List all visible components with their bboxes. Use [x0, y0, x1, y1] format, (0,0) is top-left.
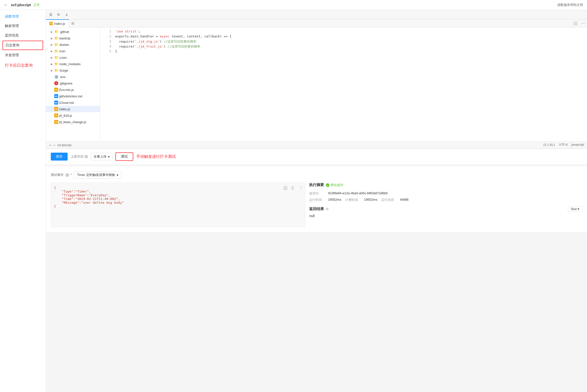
folder-icon: 📁 [54, 56, 58, 60]
return-result-title: 返回结果 [309, 207, 324, 211]
maximize-button[interactable]: ⬜ [571, 19, 579, 27]
select-chevron-icon: ▾ [117, 173, 118, 177]
file-tree-docker[interactable]: ▶ 📁 docker [46, 42, 100, 48]
save-button[interactable]: 保存 [51, 153, 68, 160]
test-section: 测试事件 i * Timer 定时触发器事件模板 ▾ ⬜ {} 《 [46, 166, 587, 232]
upload-info-icon: i [84, 155, 88, 158]
file-tree-jd-bean-change[interactable]: ▶ JS jd_bean_change.js [46, 119, 100, 125]
folder-icon: 📁 [54, 49, 58, 53]
main-layout: 函数管理 触发管理 监控信息 日志查询 并发管理 打卡后日志查询 ☰ ↻ ∧ [0, 10, 587, 392]
format-json-icon[interactable]: {} [290, 185, 295, 191]
billing-value: 19552ms [364, 198, 377, 202]
expand-panel-icon[interactable]: ⬜ [282, 185, 288, 191]
upload-select[interactable]: 全量上传 ▾ [91, 153, 112, 160]
test-input-json: { "Type":"Timer", "TriggerName":"EveryDa… [54, 186, 302, 208]
test-button[interactable]: 测试 [115, 152, 133, 161]
code-editor[interactable]: 1 'use strict'; 2 exports.main_handler =… [100, 28, 587, 142]
result-status: 测试成功 [326, 183, 343, 187]
file-tree-env[interactable]: ▶ ⚙️ .env [46, 74, 100, 80]
success-check-icon [326, 183, 329, 187]
file-tree-icon[interactable]: ☰ [48, 12, 54, 18]
memory-value: 64MB [400, 198, 408, 202]
tab-actions: ⬜ ⋯ [571, 19, 587, 27]
encoding: UTF-8 [559, 143, 568, 147]
result-header: 执行摘要 测试成功 [309, 182, 582, 187]
test-event-row: 测试事件 i * Timer 定时触发器事件模板 ▾ [51, 171, 582, 179]
upload-label: 上传方式 i [70, 154, 88, 159]
billing-label: 计费时间 [345, 198, 360, 202]
file-tree-env-min-js[interactable]: ▶ JS Env.min.js [46, 86, 100, 93]
format-select[interactable]: Text ▾ [568, 206, 582, 212]
folder-icon: 📁 [54, 30, 58, 34]
copy-icon[interactable]: ⧉ [326, 207, 328, 211]
tab-index-js[interactable]: JS index.js [46, 19, 69, 27]
js-icon: JS [54, 88, 58, 92]
select-arrow-icon: ▾ [108, 155, 110, 158]
sidebar-item-functions[interactable]: 函数管理 [0, 12, 45, 21]
required-star: * [70, 173, 72, 177]
env-icon: ⚙️ [54, 75, 58, 79]
sidebar-item-triggers[interactable]: 触发管理 [0, 21, 45, 31]
md-icon: MD [54, 100, 58, 104]
test-panels: ⬜ {} 《 { "Type":"Timer", "TriggerName":"… [51, 182, 582, 227]
more-button[interactable]: ⋯ [579, 19, 587, 27]
event-select[interactable]: Timer 定时触发器事件模板 ▾ [74, 171, 121, 179]
editor-toolbar: ☰ ↻ ∧ [46, 10, 587, 19]
file-tree-loon[interactable]: ▶ 📁 Loon [46, 54, 100, 61]
refresh-icon[interactable]: ↻ [56, 12, 62, 18]
test-event-label: 测试事件 i * [51, 173, 72, 177]
app-title: scf-jdscript [11, 3, 31, 7]
file-tree-icon[interactable]: ▶ 📁 icon [46, 48, 100, 54]
collapse-icon[interactable]: ∧ [64, 12, 70, 18]
js-icon: JS [54, 114, 58, 118]
main-content: ☰ ↻ ∧ JS index.js ⊞ ⬜ ⋯ [46, 10, 587, 392]
arrow-icon: ▶ [51, 50, 53, 52]
svg-point-0 [326, 183, 329, 187]
tab-add-button[interactable]: ⊞ [69, 19, 77, 27]
bottom-toolbar: 保存 上传方式 i 全量上传 ▾ 测试 手动触发进行打卡测试 [46, 149, 587, 164]
test-annotation: 手动触发进行打卡测试 [136, 154, 176, 159]
result-panel: 执行摘要 测试成功 请求ID 910f9e84-e12a-4ba0-a05c-b… [309, 182, 582, 227]
md-icon: MD [54, 94, 58, 98]
panel-toolbar: ⬜ {} 《 [282, 185, 303, 191]
result-row-requestid: 请求ID 910f9e84-e12a-4ba0-a05c-bf60dd72d6b… [309, 190, 582, 197]
editor-panel: ☰ ↻ ∧ JS index.js ⊞ ⬜ ⋯ [46, 10, 587, 149]
status-bar: ⤢ — scf-jdscript 行:1 列:1 UTF-8 javascrip… [46, 142, 587, 148]
file-tree-github[interactable]: ▶ 📁 .github [46, 28, 100, 35]
file-tree-node-modules[interactable]: ▶ 📁 node_modules [46, 61, 100, 67]
info-icon: i [65, 173, 69, 177]
file-tree-index-js[interactable]: ▶ JS index.js [46, 106, 100, 112]
file-tree-icloud-md[interactable]: ▶ MD iCloud.md [46, 99, 100, 106]
return-result-header: 返回结果 ⧉ Text ▾ [309, 206, 582, 212]
code-line-3: 3 require('./jd_xtg.js') //这里写你想要的脚本 [100, 40, 587, 44]
runtime-label: 运行时间 [309, 198, 324, 202]
sidebar-item-logs[interactable]: 日志查询 [2, 41, 43, 50]
code-line-1: 1 'use strict'; [100, 30, 587, 34]
folder-icon: 📁 [54, 62, 58, 66]
file-path: — [53, 144, 56, 147]
result-table: 请求ID 910f9e84-e12a-4ba0-a05c-bf60dd72d6b… [309, 190, 582, 203]
request-id-label: 请求ID [309, 191, 324, 196]
file-tree-jd818[interactable]: ▶ JS jd_818.js [46, 112, 100, 119]
tab-label: index.js [54, 22, 65, 26]
file-tree-gitignore[interactable]: ▶ ● .gitignore [46, 80, 100, 86]
language: javascript [572, 143, 584, 147]
status-bar-right: 行:1 列:1 UTF-8 javascript [544, 143, 584, 147]
sidebar-item-monitor[interactable]: 监控信息 [0, 31, 45, 40]
help-link[interactable]: 函数服务帮助文档 [557, 3, 583, 7]
file-tree-surge[interactable]: ▶ 📁 Surge [46, 67, 100, 74]
back-button[interactable]: ← [4, 3, 8, 7]
arrow-icon: ▶ [51, 69, 53, 72]
file-tree-github-action-md[interactable]: ▶ MD githubAction.md [46, 93, 100, 99]
file-tree: ▶ 📁 .github ▶ 📁 backUp ▶ 📁 docker [46, 28, 100, 142]
file-tree-backup[interactable]: ▶ 📁 backUp [46, 35, 100, 42]
git-icon: ● [54, 81, 58, 85]
test-input-panel[interactable]: ⬜ {} 《 { "Type":"Timer", "TriggerName":"… [51, 182, 305, 227]
runtime-value: 19552ms [328, 198, 341, 202]
arrow-icon: ▶ [51, 63, 53, 66]
request-id-value: 910f9e84-e12a-4ba0-a05c-bf60dd72d6b5 [328, 191, 388, 196]
expand-icon[interactable]: ⤢ [49, 144, 51, 147]
sidebar-item-deployments[interactable]: 并发管理 [0, 50, 45, 60]
collapse-panel-icon[interactable]: 《 [297, 185, 303, 191]
code-line-2: 2 exports.main_handler = async (event, c… [100, 34, 587, 40]
